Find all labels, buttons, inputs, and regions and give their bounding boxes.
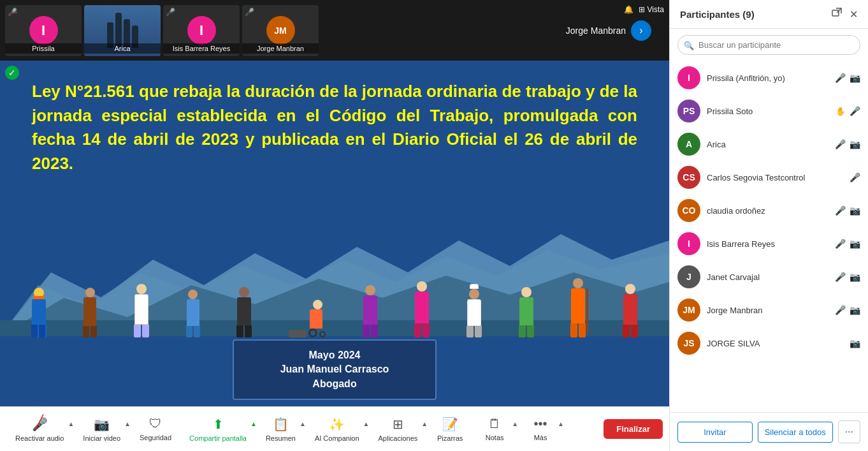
list-item[interactable]: CO claudia ordoñez 🎤 📷 (670, 194, 868, 227)
bell-icon[interactable]: 🔔 (624, 5, 633, 14)
video-off-icon: 📷 (850, 239, 860, 249)
notes-arrow[interactable]: ▲ (512, 420, 518, 427)
mic-icon: 🎤 (835, 139, 846, 149)
participant-icons: 📷 (850, 338, 860, 348)
apps-btn-group: ⊞ Aplicaciones ▲ (370, 413, 428, 446)
ai-button[interactable]: ✨ AI Companion (306, 413, 368, 446)
list-item[interactable]: I Isis Barrera Reyes 🎤 📷 (670, 227, 868, 260)
whiteboards-button[interactable]: 📝 Pizarras (428, 413, 472, 446)
list-item[interactable]: PS Prissila Soto ✋ 🎤 (670, 94, 868, 128)
whiteboards-icon: 📝 (442, 417, 458, 432)
apps-icon: ⊞ (393, 417, 403, 432)
list-item[interactable]: JM Jorge Manbran 🎤 📷 (670, 293, 868, 327)
video-button[interactable]: 📷 Iniciar video (74, 413, 129, 446)
panel-popout-btn[interactable] (832, 8, 842, 20)
list-item[interactable]: CS Carlos Segovia Testcontrol 🎤 (670, 161, 868, 194)
video-off-icon: 📷 (850, 205, 860, 216)
slide-text-area: Ley N°21.561 que rebaja la duración de l… (0, 61, 669, 189)
info-box-line3: Abogado (259, 377, 410, 391)
participant-name: Jorge Manbran (707, 306, 828, 315)
list-item[interactable]: A Arica 🎤 📷 (670, 128, 868, 161)
notes-icon: 🗒 (488, 417, 501, 431)
thumb-avatar-jorge-m: JM (266, 16, 295, 45)
apps-arrow[interactable]: ▲ (421, 420, 428, 427)
thumb-name-arica: Arica (84, 43, 161, 54)
ai-arrow[interactable]: ▲ (363, 420, 370, 427)
list-item[interactable]: JS JORGE SILVA 📷 (670, 327, 868, 360)
people-row (0, 235, 669, 337)
notes-button[interactable]: 🗒 Notas (472, 413, 517, 445)
active-speaker-name: Jorge Manbran (566, 26, 626, 36)
summary-arrow[interactable]: ▲ (300, 420, 306, 427)
info-box-line1: Mayo 2024 (259, 348, 410, 362)
share-button[interactable]: ⬆ Compartir pantalla (180, 413, 256, 446)
share-icon: ⬆ (213, 417, 224, 432)
participant-name: JORGE SILVA (707, 339, 843, 348)
thumb-mic-muted-prissila: 🎤̶ (8, 8, 17, 17)
thumb-isis[interactable]: I 🎤 Isis Barrera Reyes (163, 5, 240, 56)
search-input[interactable] (677, 35, 860, 55)
invite-button[interactable]: Invitar (677, 422, 753, 443)
participant-icons: 🎤 📷 (835, 73, 860, 83)
video-arrow[interactable]: ▲ (124, 420, 131, 427)
apps-button[interactable]: ⊞ Aplicaciones (370, 413, 427, 446)
audio-arrow[interactable]: ▲ (68, 420, 74, 427)
list-item[interactable]: I Prissila (Anfitrión, yo) 🎤 📷 (670, 61, 868, 94)
svg-rect-4 (832, 10, 839, 16)
notes-btn-group: 🗒 Notas ▲ (472, 413, 518, 445)
participant-name: Prissila (Anfitrión, yo) (707, 73, 828, 83)
thumb-mic-muted-jorge-m: 🎤 (245, 8, 254, 17)
view-btn[interactable]: ⊞ Vista (639, 5, 664, 14)
video-btn-group: 📷 Iniciar video ▲ (74, 413, 131, 446)
ai-label: AI Companion (315, 434, 359, 442)
share-btn-group: ⬆ Compartir pantalla ▲ (180, 413, 257, 446)
more-arrow[interactable]: ▲ (558, 420, 564, 427)
audio-button[interactable]: 🎤 ╱ Reactivar audio (6, 413, 73, 446)
participant-icons: 🎤 📷 (835, 205, 860, 216)
thumb-jorge-m[interactable]: JM 🎤 Jorge Manbran (242, 5, 319, 56)
panel-title: Participantes (9) (680, 9, 755, 20)
summary-button[interactable]: 📋 Resumen (257, 413, 305, 446)
thumb-prissila[interactable]: I 🎤̶ Prissila (5, 5, 82, 56)
panel-header: Participantes (9) ✕ (670, 0, 868, 29)
list-item[interactable]: J Janet Carvajal 🎤 📷 (670, 260, 868, 293)
search-box: 🔍 (677, 35, 860, 55)
thumb-arica[interactable]: Arica (84, 5, 161, 56)
active-speaker-btn[interactable]: › (631, 20, 651, 41)
green-check-badge: ✓ (5, 66, 19, 80)
panel-close-btn[interactable]: ✕ (850, 8, 858, 20)
participant-name: Janet Carvajal (707, 272, 828, 282)
participant-icons: ✋ 🎤 (835, 106, 860, 116)
share-label: Compartir pantalla (189, 434, 247, 442)
more-button[interactable]: ••• Más (518, 413, 563, 445)
mic-icon: 🎤 (850, 172, 860, 182)
mic-muted-icon: 📷 (850, 338, 860, 348)
mic-muted-icon: 🎤 (835, 73, 846, 83)
thumb-mic-muted-isis: 🎤 (166, 8, 175, 17)
participant-avatar: JS (677, 332, 700, 355)
top-right-icons: 🔔 ⊞ Vista (624, 5, 664, 14)
participant-icons: 🎤 📷 (835, 305, 860, 315)
info-box-line2: Juan Manuel Carrasco (259, 362, 410, 376)
participant-name: Isis Barrera Reyes (707, 239, 828, 249)
summary-icon: 📋 (273, 417, 289, 432)
thumb-name-prissila: Prissila (5, 43, 82, 54)
end-button[interactable]: Finalizar (604, 419, 663, 439)
participants-list: I Prissila (Anfitrión, yo) 🎤 📷 PS Prissi… (670, 61, 868, 412)
participant-name: claudia ordoñez (707, 206, 828, 216)
audio-label: Reactivar audio (15, 434, 64, 442)
mute-all-button[interactable]: Silenciar a todos (758, 422, 833, 443)
share-arrow[interactable]: ▲ (250, 420, 257, 427)
thumb-avatar-isis: I (187, 16, 216, 45)
raise-hand-icon: ✋ (835, 107, 846, 116)
audio-icon: 🎤 ╱ (32, 417, 48, 432)
main-area: I 🎤̶ Prissila Arica I 🎤 Isis Barr (0, 0, 669, 451)
participant-name: Arica (707, 140, 828, 149)
popout-icon (832, 8, 842, 18)
ai-btn-group: ✨ AI Companion ▲ (306, 413, 370, 446)
security-button[interactable]: 🛡 Seguridad (131, 413, 180, 445)
more-icon: ••• (534, 417, 547, 431)
audio-btn-group: 🎤 ╱ Reactivar audio ▲ (6, 413, 74, 446)
panel-more-button[interactable]: ··· (838, 420, 860, 443)
slide-main-text: Ley N°21.561 que rebaja la duración de l… (32, 80, 637, 176)
